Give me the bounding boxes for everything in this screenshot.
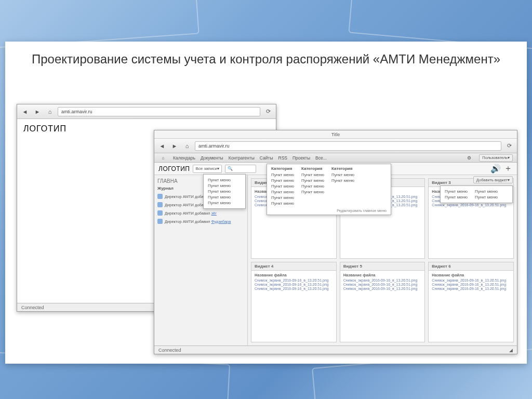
category-header: Категория <box>331 166 354 171</box>
menu-item[interactable]: Пункт меню <box>271 178 294 183</box>
menu-item[interactable]: Пункт меню <box>208 178 241 182</box>
home-icon[interactable]: ⌂ <box>45 107 55 116</box>
filter-select[interactable]: Все записи ▾ <box>193 165 221 173</box>
journal-row[interactable]: Директор АМТИ добавил Фудзибара <box>157 219 244 224</box>
widget-subtitle: Название файла <box>432 273 510 277</box>
menu-item[interactable]: Пункт меню <box>331 172 354 177</box>
doc-icon <box>157 219 163 224</box>
add-widget-menu[interactable]: Пункт менюПункт менюПункт менюПункт меню <box>440 185 513 203</box>
menu-item[interactable]: Проекты <box>292 155 310 161</box>
sound-icon[interactable]: 🔊 <box>491 164 500 174</box>
menu-item[interactable]: Пункт меню <box>445 189 468 194</box>
home-icon[interactable]: ⌂ <box>182 141 192 151</box>
browser-toolbar: ◄ ► ⌂ amti.armavir.ru ⟳ <box>17 104 276 119</box>
status-bar: Connected ◢ <box>154 345 517 354</box>
forward-icon[interactable]: ► <box>33 107 42 116</box>
file-line[interactable]: Снимок_экрана_2016-09-16_в_13.20.51.png <box>432 278 510 282</box>
forward-icon[interactable]: ► <box>170 141 179 151</box>
menu-item[interactable]: Пункт меню <box>301 172 324 177</box>
menu-item[interactable]: Пункт меню <box>271 190 294 194</box>
menu-item[interactable]: Пункт меню <box>301 190 324 194</box>
widget-title: Виджет 4 <box>251 262 336 271</box>
widget-card: Виджет 4Название файлаСнимок_экрана_2016… <box>251 262 337 342</box>
file-line[interactable]: Снимок_экрана_2016-09-16_в_13.20.51.png <box>255 283 333 286</box>
menu-item[interactable]: Пункт меню <box>475 195 498 200</box>
menu-item[interactable]: Пункт меню <box>271 184 294 189</box>
file-line[interactable]: Снимок_экрана_2016-09-16_в_13.20.51.png <box>255 287 333 290</box>
file-line[interactable]: Снимок_экрана_2016-09-16_в_13.20.51.png <box>343 283 422 286</box>
address-bar[interactable]: amti.armavir.ru <box>58 107 260 116</box>
logo-text: ЛОГОТИП <box>158 165 190 172</box>
app-menubar: ⌂ Календарь Документы Контрагенты Сайты … <box>154 153 517 163</box>
doc-icon <box>157 194 163 199</box>
search-input[interactable]: 🔍 <box>225 165 256 173</box>
menu-item[interactable]: Сайты <box>260 155 273 161</box>
file-line[interactable]: Снимок_экрана_2016-09-16_в_13.20.51.png <box>432 283 510 286</box>
address-bar[interactable]: amti.armavir.ru <box>195 141 501 151</box>
menu-item[interactable]: Пункт меню <box>271 201 294 206</box>
refresh-icon[interactable]: ⟳ <box>504 141 514 151</box>
category-header: Категория <box>301 166 324 171</box>
menu-item[interactable]: Документы <box>201 155 223 161</box>
edit-main-menu-link[interactable]: Редактировать главное меню <box>271 209 387 212</box>
menu-item[interactable]: Пункт меню <box>271 195 294 200</box>
slide-card: Проектирование системы учета и контроля … <box>5 42 527 364</box>
refresh-icon[interactable]: ⟳ <box>263 107 273 116</box>
menu-item[interactable]: Пункт меню <box>208 201 241 205</box>
menu-item[interactable]: Контрагенты <box>229 155 255 161</box>
category-menu[interactable]: КатегорияПункт менюПункт менюПункт менюП… <box>267 164 391 215</box>
browser-toolbar: ◄ ► ⌂ amti.armavir.ru ⟳ <box>154 139 517 153</box>
file-line[interactable]: Снимок_экрана_2016-09-16_в_13.20.51.png <box>432 203 510 207</box>
widget-title: Виджет 6 <box>429 262 513 271</box>
doc-icon <box>157 202 163 207</box>
menu-item[interactable]: Все... <box>315 155 327 161</box>
widget-title: Виджет 5 <box>340 262 425 271</box>
widget-subtitle: Название файла <box>343 273 422 277</box>
home-icon[interactable]: ⌂ <box>158 153 168 163</box>
add-widget-button[interactable]: Добавить виджет ▾ <box>473 176 513 183</box>
back-icon[interactable]: ◄ <box>20 107 30 116</box>
dropdown-menu[interactable]: Пункт менюПункт менюПункт менюПункт меню… <box>203 174 246 209</box>
file-line[interactable]: Снимок_экрана_2016-09-16_в_13.20.51.png <box>432 287 510 290</box>
menu-item[interactable]: Пункт меню <box>208 183 241 188</box>
menu-item[interactable]: Календарь <box>173 155 195 161</box>
mock-window-2: Title ◄ ► ⌂ amti.armavir.ru ⟳ ⌂ Календар… <box>154 130 517 354</box>
menu-item[interactable]: Пункт меню <box>331 178 354 183</box>
back-icon[interactable]: ◄ <box>157 141 167 151</box>
window-title: Title <box>154 130 517 139</box>
journal-row[interactable]: Директор АМТИ добавил зёг <box>157 210 244 216</box>
menu-item[interactable]: Пункт меню <box>208 189 241 194</box>
menu-item[interactable]: Пункт меню <box>301 184 324 189</box>
file-line[interactable]: Снимок_экрана_2016-09-16_в_13.20.51.png <box>343 287 422 290</box>
user-dropdown[interactable]: Пользователь ▾ <box>479 154 513 162</box>
menu-item[interactable]: Пункт меню <box>208 195 241 200</box>
file-line[interactable]: Снимок_экрана_2016-09-16_в_13.20.51.png <box>255 278 333 282</box>
menu-item[interactable]: Пункт меню <box>301 178 324 183</box>
menu-item[interactable]: Пункт меню <box>271 172 294 177</box>
widget-card: Виджет 6Название файлаСнимок_экрана_2016… <box>428 262 514 342</box>
menu-item[interactable]: RSS <box>278 155 287 161</box>
doc-icon <box>157 210 163 216</box>
file-line[interactable]: Снимок_экрана_2016-09-16_в_13.20.51.png <box>343 278 422 282</box>
menu-item[interactable]: Пункт меню <box>445 195 468 200</box>
widget-card: Виджет 5Название файлаСнимок_экрана_2016… <box>340 262 425 342</box>
category-header: Категория <box>271 166 294 171</box>
slide-title: Проектирование системы учета и контроля … <box>5 42 527 73</box>
menu-item[interactable]: Пункт меню <box>475 189 498 194</box>
gear-icon[interactable]: ⚙ <box>464 153 474 163</box>
plus-icon[interactable]: ＋ <box>503 164 513 174</box>
resize-grip-icon[interactable]: ◢ <box>509 348 513 353</box>
widget-subtitle: Название файла <box>255 273 333 277</box>
